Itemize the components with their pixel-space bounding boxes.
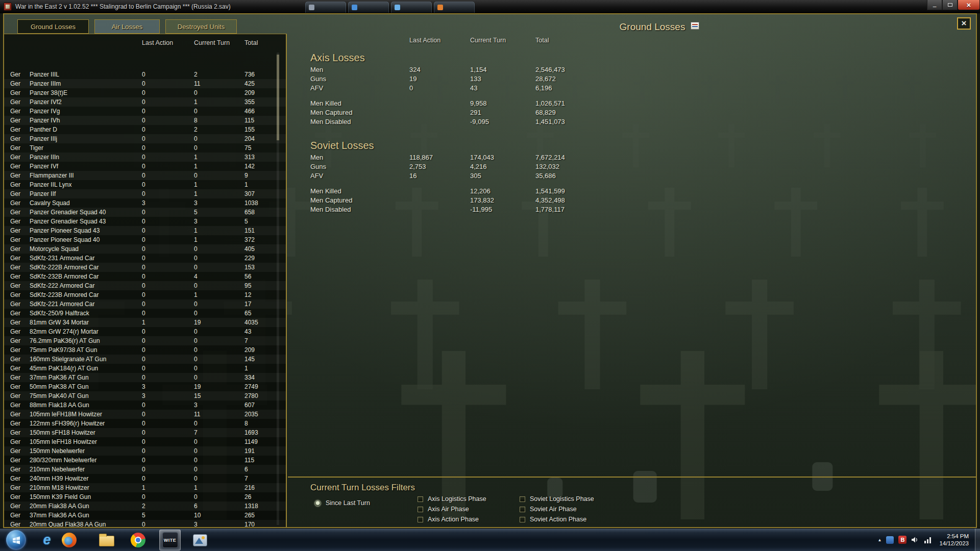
table-scrollbar[interactable] xyxy=(277,53,279,525)
cell-last-action: 1 xyxy=(142,483,145,492)
checkbox[interactable] xyxy=(418,507,423,512)
since-last-turn-radio[interactable] xyxy=(314,500,321,507)
summary-section-title: Axis Losses xyxy=(310,52,627,65)
cell-current-turn: 0 xyxy=(194,134,198,143)
checkbox[interactable] xyxy=(418,496,423,502)
cell-nationality: Ger xyxy=(10,189,20,198)
cell-last-action: 1 xyxy=(142,318,145,327)
cell-nationality: Ger xyxy=(10,198,20,208)
summary-row: Men Captured173,8324,352,498 xyxy=(310,196,627,205)
filter-checkbox-row: Soviet Air Phase xyxy=(520,504,594,514)
cell-last-action: 0 xyxy=(142,116,145,125)
cell-nationality: Ger xyxy=(10,116,20,125)
cell-current-turn: 0 xyxy=(194,244,198,254)
tab-air-losses[interactable]: Air Losses xyxy=(94,19,160,34)
background-tab[interactable] xyxy=(434,2,475,13)
photo-viewer-icon xyxy=(193,534,207,546)
background-tab[interactable] xyxy=(348,2,389,13)
cell-nationality: Ger xyxy=(10,483,20,492)
cell-current-turn: 3 xyxy=(194,217,198,226)
app-icon xyxy=(4,3,12,11)
taskbar-clock[interactable]: 2:54 PM 14/12/2023 xyxy=(939,533,969,547)
since-last-turn-row: Since Last Turn xyxy=(314,498,370,508)
cell-last-action: 0 xyxy=(142,97,145,107)
favicon-icon xyxy=(309,5,314,10)
cell-last-action: 0 xyxy=(142,373,145,382)
hidden-icons-chevron-icon[interactable] xyxy=(878,538,882,542)
tray-blue-app-icon[interactable] xyxy=(886,536,894,544)
checkbox[interactable] xyxy=(520,517,525,522)
cell-last-action: 0 xyxy=(142,400,145,410)
cell-nationality: Ger xyxy=(10,217,20,226)
cell-weapon-name: SdKfz-232B Armored Car xyxy=(30,272,99,281)
favicon-icon xyxy=(437,5,443,10)
taskbar-explorer[interactable] xyxy=(96,530,117,550)
taskbar-wite-active[interactable]: WITE xyxy=(159,530,181,550)
checkbox[interactable] xyxy=(418,517,423,522)
table-row: Ger37mm Flak36 AA Gun510265 xyxy=(4,511,286,520)
start-button[interactable] xyxy=(6,530,26,550)
cell-nationality: Ger xyxy=(10,465,20,474)
speaker-icon[interactable] xyxy=(911,536,919,543)
tab-destroyed-units[interactable]: Destroyed Units xyxy=(165,19,237,34)
network-icon[interactable] xyxy=(924,537,932,543)
summary-last-action-value: 19 xyxy=(409,74,416,84)
report-icon[interactable] xyxy=(691,22,699,30)
firefox-icon xyxy=(62,533,77,547)
cell-total: 151 xyxy=(244,226,255,235)
background-tab[interactable] xyxy=(305,2,346,13)
favicon-icon xyxy=(352,5,357,10)
cell-weapon-name: 210mm Nebelwerfer xyxy=(30,465,85,474)
wite-game-icon: WITE xyxy=(162,532,178,548)
table-row: Ger20mm Flak38 AA Gun261318 xyxy=(4,502,286,511)
tab-ground-losses[interactable]: Ground Losses xyxy=(17,19,89,34)
cell-current-turn: 0 xyxy=(194,419,198,428)
summary-row: Men Disabled-11,9951,778,117 xyxy=(310,205,627,214)
cell-weapon-name: Panzer IVh xyxy=(30,116,60,125)
summary-current-turn-value: 9,958 xyxy=(470,99,487,108)
close-window-button[interactable] xyxy=(958,0,980,10)
cell-total: 170 xyxy=(244,520,255,527)
cell-current-turn: 1 xyxy=(194,97,198,107)
summary-current-turn-value: 4,216 xyxy=(470,162,487,171)
summary-total-value: 28,672 xyxy=(535,74,556,84)
cell-current-turn: 10 xyxy=(194,511,201,520)
scrollbar-thumb[interactable] xyxy=(277,55,279,140)
cell-weapon-name: 45mm PaK184(r) AT Gun xyxy=(30,364,98,373)
taskbar-internet-explorer[interactable] xyxy=(36,530,58,550)
cell-total: 1318 xyxy=(244,502,258,511)
checkbox[interactable] xyxy=(520,496,525,502)
cell-total: 5 xyxy=(244,217,248,226)
cell-current-turn: 1 xyxy=(194,226,198,235)
tab-bar: Ground Losses Air Losses Destroyed Units xyxy=(17,19,242,34)
table-row: Ger76.2mm PaK36(r) AT Gun007 xyxy=(4,336,286,345)
checkbox[interactable] xyxy=(520,507,525,512)
filter-label: Soviet Action Phase xyxy=(530,516,586,523)
cell-nationality: Ger xyxy=(10,373,20,382)
taskbar-chrome[interactable] xyxy=(127,530,149,550)
cell-current-turn: 3 xyxy=(194,400,198,410)
cell-current-turn: 0 xyxy=(194,492,198,502)
cell-current-turn: 0 xyxy=(194,465,198,474)
cell-nationality: Ger xyxy=(10,474,20,483)
maximize-button[interactable] xyxy=(942,0,958,10)
summary-row: Guns2,7534,216132,032 xyxy=(310,162,627,171)
close-screen-button[interactable] xyxy=(957,17,971,30)
tray-b-app-icon[interactable]: B xyxy=(898,536,906,544)
show-desktop-button[interactable] xyxy=(975,529,980,551)
cell-current-turn: 0 xyxy=(194,345,198,355)
cell-total: 191 xyxy=(244,446,255,456)
cell-current-turn: 1 xyxy=(194,153,198,162)
minimize-button[interactable] xyxy=(927,0,942,10)
cell-current-turn: 0 xyxy=(194,281,198,290)
cell-nationality: Ger xyxy=(10,88,20,97)
table-row: Ger75mm PaK40 AT Gun3152780 xyxy=(4,391,286,400)
taskbar-firefox[interactable] xyxy=(58,530,80,550)
cell-weapon-name: Panzer IIL Lynx xyxy=(30,180,72,189)
filter-checkbox-row: Soviet Logistics Phase xyxy=(520,494,594,504)
cell-weapon-name: SdKfz-222B Armored Car xyxy=(30,263,99,272)
taskbar-photo-viewer[interactable] xyxy=(189,530,211,550)
cell-current-turn: 0 xyxy=(194,254,198,263)
cell-weapon-name: 210mm M18 Howitzer xyxy=(30,483,89,492)
background-tab[interactable] xyxy=(391,2,432,13)
